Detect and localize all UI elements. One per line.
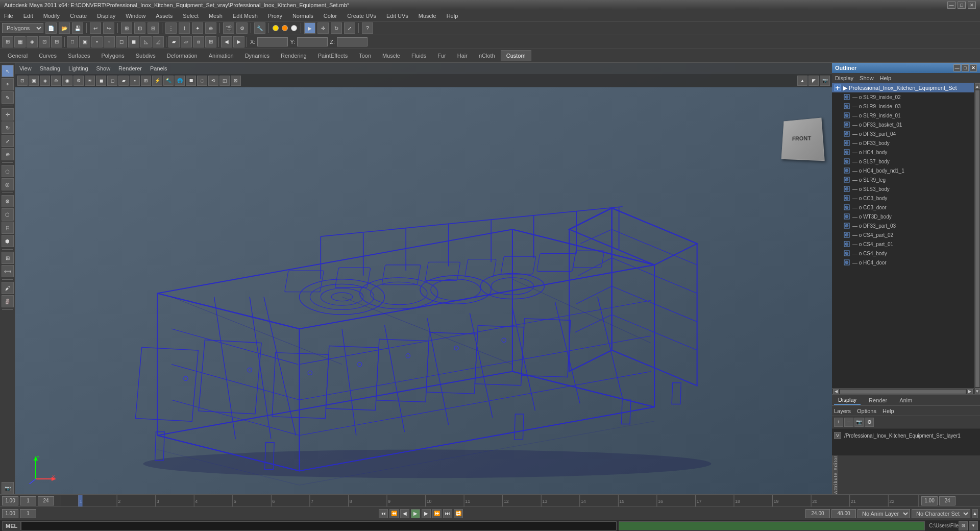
snap-to-grid-btn[interactable]: ⋮	[165, 22, 177, 34]
universal-manip-btn[interactable]: ⊕	[2, 148, 14, 160]
outliner-item-6[interactable]: — o DF33_body	[832, 138, 974, 148]
tab-curves[interactable]: Curves	[33, 50, 62, 61]
outliner-vscrollbar[interactable]: ▲ ▼	[974, 83, 980, 394]
snap-to-point-btn[interactable]: ✦	[192, 22, 203, 34]
vp-tb14[interactable]: 🔦	[163, 76, 174, 86]
render-current-frame-btn[interactable]: 🎬	[223, 22, 234, 34]
outliner-item-15[interactable]: — o DF33_part_03	[832, 221, 974, 230]
vp-tb1[interactable]: ⊡	[17, 76, 28, 86]
pb-start-input[interactable]: 1.00	[2, 509, 18, 518]
tb2-btn9[interactable]: ▫	[104, 36, 115, 47]
tb2-anim1[interactable]: ◀	[221, 36, 232, 47]
outliner-item-3[interactable]: — o SLR9_inside_01	[832, 111, 974, 120]
outliner-hscrollbar[interactable]: ◀ ▶	[832, 388, 974, 394]
layer-tab-anim[interactable]: Anim	[895, 396, 916, 404]
camera-btn[interactable]: 📷	[2, 482, 14, 494]
snap-to-view-btn[interactable]: ⊕	[205, 22, 216, 34]
outliner-item-14[interactable]: — o WT3D_body	[832, 212, 974, 221]
soft-mod-btn[interactable]: ◌	[2, 165, 14, 177]
menu-window[interactable]: Window	[124, 12, 148, 20]
menu-create[interactable]: Create	[68, 12, 89, 20]
tab-surfaces[interactable]: Surfaces	[62, 50, 95, 61]
tb2-btn2[interactable]: ▦	[14, 36, 26, 47]
vp-tb12[interactable]: ⊞	[141, 76, 151, 86]
tab-painteffects[interactable]: PaintEffects	[312, 50, 354, 61]
vp-tb4[interactable]: ⊕	[51, 76, 61, 86]
vp-view-menu[interactable]: View	[19, 65, 32, 71]
outliner-item-18[interactable]: — o CS4_body	[832, 249, 974, 258]
menu-assets[interactable]: Assets	[154, 12, 175, 20]
bridge-btn[interactable]: ⟺	[2, 265, 14, 277]
menu-color[interactable]: Color	[322, 12, 339, 20]
show-manip-btn[interactable]: ⚙	[2, 195, 14, 207]
layer-tb4[interactable]: ⚙	[865, 418, 874, 427]
sculpt-btn[interactable]: ◎	[2, 178, 14, 190]
menu-help[interactable]: Help	[445, 12, 460, 20]
vp-tb9[interactable]: ◻	[107, 76, 117, 86]
menu-display[interactable]: Display	[95, 12, 117, 20]
sculpt-geo-btn[interactable]: 🗿	[2, 295, 14, 307]
outliner-item-1[interactable]: — o SLR9_inside_02	[832, 92, 974, 102]
vp-shading-menu[interactable]: Shading	[40, 65, 60, 71]
tb2-btn3[interactable]: ◈	[27, 36, 38, 47]
select-by-component-btn[interactable]: ⊟	[148, 22, 159, 34]
select-tool-lt[interactable]: ↖	[2, 65, 14, 77]
extrude-btn[interactable]: ⬢	[2, 235, 14, 247]
vp-tb20[interactable]: ⊠	[231, 76, 241, 86]
tb2-anim2[interactable]: ▶	[233, 36, 244, 47]
tab-ncloth[interactable]: nCloth	[473, 50, 501, 61]
hscroll-right-btn[interactable]: ▶	[967, 389, 973, 394]
layer-tab-display[interactable]: Display	[834, 396, 861, 405]
vp-show-menu[interactable]: Show	[96, 65, 111, 71]
outliner-display-menu[interactable]: Display	[835, 75, 853, 81]
pb-next-key-btn[interactable]: ⏩	[432, 509, 442, 518]
tb2-btn6[interactable]: □	[67, 36, 78, 47]
tab-dynamics[interactable]: Dynamics	[239, 50, 275, 61]
snap-to-curve-btn[interactable]: ⌇	[179, 22, 190, 34]
help-btn[interactable]: ?	[362, 22, 373, 34]
outliner-item-16[interactable]: — o CS4_part_02	[832, 230, 974, 239]
layer-tb1[interactable]: +	[834, 418, 843, 427]
tab-polygons[interactable]: Polygons	[95, 50, 130, 61]
select-by-hierarchy-btn[interactable]: ⊞	[121, 22, 132, 34]
create-poly-btn[interactable]: ⬡	[2, 208, 14, 221]
pb-anim-end-input[interactable]: 48.00	[831, 509, 856, 518]
pb-prev-key-btn[interactable]: ⏪	[389, 509, 399, 518]
menu-muscle[interactable]: Muscle	[416, 12, 438, 20]
outliner-item-8[interactable]: — o SLS7_body	[832, 157, 974, 166]
tab-deformation[interactable]: Deformation	[161, 50, 203, 61]
pb-extra-btn[interactable]: ▲	[972, 509, 978, 518]
pb-loop-btn[interactable]: 🔁	[454, 509, 463, 518]
timeline-anim-end-input[interactable]	[921, 496, 938, 505]
outliner-maximize-btn[interactable]: □	[962, 64, 969, 71]
paint-wt-btn[interactable]: 🖌	[2, 282, 14, 294]
menu-normals[interactable]: Normals	[290, 12, 315, 20]
vp-tb13[interactable]: ⚡	[152, 76, 162, 86]
pb-next-frame-btn[interactable]: ▶	[422, 509, 431, 518]
show-manipulator-btn[interactable]: 🔧	[254, 22, 265, 34]
paint-select-btn[interactable]: ✎	[2, 91, 14, 104]
tab-muscle[interactable]: Muscle	[377, 50, 406, 61]
tab-custom[interactable]: Custom	[501, 50, 531, 61]
menu-modify[interactable]: Modify	[41, 12, 62, 20]
vp-res-btn[interactable]: ▲	[797, 76, 807, 86]
pb-prev-frame-btn[interactable]: ◀	[400, 509, 409, 518]
outliner-item-4[interactable]: — o DF33_basket_01	[832, 120, 974, 129]
tb2-layout2[interactable]: ▱	[181, 36, 192, 47]
vp-panels-menu[interactable]: Panels	[150, 65, 167, 71]
tb2-layout3[interactable]: ⧈	[193, 36, 204, 47]
undo-btn[interactable]: ↩	[90, 22, 101, 34]
close-btn[interactable]: ✕	[968, 2, 976, 9]
layer-tab-render[interactable]: Render	[865, 396, 891, 404]
tab-subdivs[interactable]: Subdivs	[130, 50, 161, 61]
layer-tb2[interactable]: −	[844, 418, 853, 427]
layer-menu-help[interactable]: Help	[883, 408, 894, 414]
vp-tb17[interactable]: ◌	[197, 76, 207, 86]
save-scene-btn[interactable]: 💾	[72, 22, 83, 34]
rotate-lt-btn[interactable]: ↻	[2, 122, 14, 134]
vp-tb6[interactable]: ⚙	[74, 76, 84, 86]
outliner-item-2[interactable]: — o SLR9_inside_03	[832, 102, 974, 111]
menu-file[interactable]: File	[2, 12, 15, 20]
vp-tb16[interactable]: 🔲	[186, 76, 196, 86]
tab-animation[interactable]: Animation	[203, 50, 239, 61]
